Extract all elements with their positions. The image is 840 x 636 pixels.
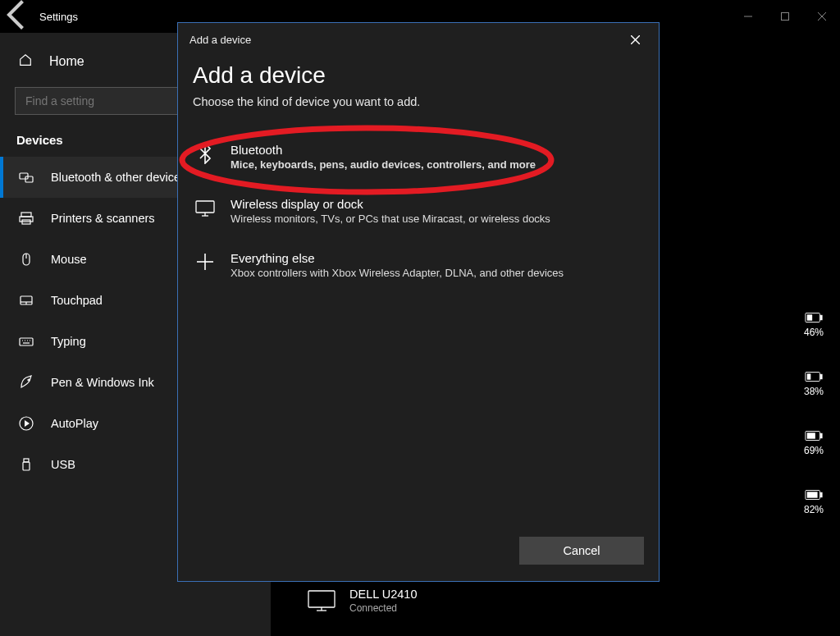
dialog-header: Add a device xyxy=(178,23,659,56)
monitor-icon xyxy=(307,589,336,612)
battery-percent: 38% xyxy=(804,386,824,397)
display-icon xyxy=(194,197,216,218)
svg-point-20 xyxy=(28,379,30,381)
battery-indicator: 69% xyxy=(804,430,824,456)
option-title: Everything else xyxy=(231,251,564,265)
bluetooth-icon xyxy=(194,143,216,164)
svg-rect-32 xyxy=(807,432,815,438)
option-title: Wireless display or dock xyxy=(231,197,550,211)
sidebar-item-label: Touchpad xyxy=(51,294,103,307)
battery-percent: 69% xyxy=(804,445,824,456)
sidebar-item-label: Pen & Windows Ink xyxy=(51,376,154,389)
option-desc: Wireless monitors, TVs, or PCs that use … xyxy=(231,213,550,225)
window-title: Settings xyxy=(39,11,78,23)
sidebar-home-label: Home xyxy=(49,54,84,69)
close-button[interactable] xyxy=(803,3,840,30)
dialog-close-button[interactable] xyxy=(623,27,647,52)
dialog-subtitle: Choose the kind of device you want to ad… xyxy=(193,95,644,108)
connected-device-name: DELL U2410 xyxy=(349,588,418,601)
option-bluetooth[interactable]: Bluetooth Mice, keyboards, pens, audio d… xyxy=(193,136,644,190)
sidebar-item-label: Bluetooth & other device xyxy=(51,171,180,184)
dialog-header-title: Add a device xyxy=(189,34,251,46)
battery-indicator: 38% xyxy=(804,371,824,397)
battery-indicator: 46% xyxy=(804,312,824,338)
option-desc: Xbox controllers with Xbox Wireless Adap… xyxy=(231,267,564,279)
touchpad-icon xyxy=(18,292,34,309)
svg-rect-29 xyxy=(807,373,811,379)
home-icon xyxy=(18,53,33,71)
svg-rect-1 xyxy=(781,13,788,21)
battery-status-column: 46% 38% 69% 82% xyxy=(804,312,824,515)
usb-icon xyxy=(18,456,34,473)
dialog-title: Add a device xyxy=(193,62,644,89)
connected-device-status: Connected xyxy=(349,602,418,614)
add-device-dialog: Add a device Add a device Choose the kin… xyxy=(177,22,660,582)
pen-icon xyxy=(18,374,34,391)
svg-rect-28 xyxy=(820,374,822,379)
svg-rect-35 xyxy=(807,492,818,497)
printer-icon xyxy=(18,210,34,226)
option-desc: Mice, keyboards, pens, audio devices, co… xyxy=(231,158,536,171)
svg-rect-41 xyxy=(196,201,214,213)
sidebar-item-label: Printers & scanners xyxy=(51,212,155,225)
plus-icon xyxy=(194,251,216,272)
sidebar-item-label: Mouse xyxy=(51,253,87,266)
svg-rect-31 xyxy=(820,433,822,438)
svg-rect-34 xyxy=(820,492,822,497)
cancel-button[interactable]: Cancel xyxy=(519,537,644,565)
sidebar-item-label: USB xyxy=(51,458,75,471)
svg-rect-14 xyxy=(20,338,33,345)
connected-device-row[interactable]: DELL U2410 Connected xyxy=(307,588,418,614)
sidebar-item-label: AutoPlay xyxy=(51,417,98,430)
mouse-icon xyxy=(18,251,34,268)
svg-rect-26 xyxy=(807,314,812,320)
battery-percent: 46% xyxy=(804,327,824,338)
svg-rect-23 xyxy=(23,462,30,470)
option-wireless-display[interactable]: Wireless display or dock Wireless monito… xyxy=(193,190,644,245)
option-everything-else[interactable]: Everything else Xbox controllers with Xb… xyxy=(193,245,644,299)
battery-percent: 82% xyxy=(804,504,824,515)
option-title: Bluetooth xyxy=(231,143,536,157)
svg-rect-6 xyxy=(21,213,31,217)
battery-indicator: 82% xyxy=(804,489,824,515)
svg-rect-36 xyxy=(308,591,335,607)
svg-rect-25 xyxy=(820,315,822,320)
autoplay-icon xyxy=(18,415,34,432)
back-button[interactable] xyxy=(0,0,36,36)
maximize-button[interactable] xyxy=(766,3,803,30)
keyboard-icon xyxy=(18,333,34,350)
bt-devices-icon xyxy=(18,169,34,185)
minimize-button[interactable] xyxy=(729,3,766,30)
sidebar-item-label: Typing xyxy=(51,335,86,348)
